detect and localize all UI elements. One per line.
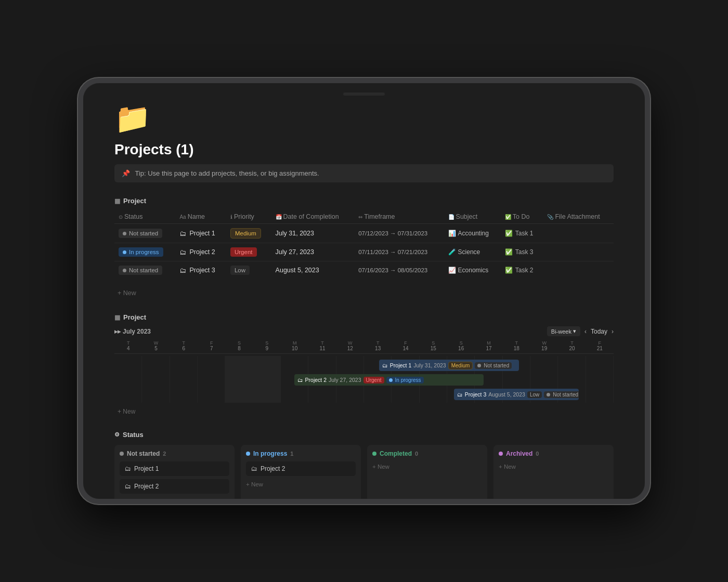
- cell-name-2: 🗂 Project 3: [175, 261, 226, 280]
- cell-subject-1: 🧪 Science: [444, 243, 501, 261]
- day-col-21: F21: [586, 340, 614, 351]
- kanban-add-new-2[interactable]: + New: [372, 461, 482, 472]
- folder-icon-container: 📁: [114, 104, 614, 133]
- gantt-bar-p2-date: July 27, 2023: [329, 377, 361, 383]
- table-section-label: Project: [123, 197, 146, 205]
- project-icon-1: 🗂: [179, 248, 186, 256]
- subject-icon-2: 📈: [448, 267, 456, 274]
- gantt-bar-project3: 🗂 Project 3 August 5, 2023 Low Not start…: [454, 389, 579, 400]
- day-num: 9: [253, 346, 281, 351]
- table-row: Not started 🗂 Project 3 Low August 5, 20…: [114, 261, 614, 280]
- kanban-card-name-1: Project 2: [134, 483, 159, 490]
- kanban-add-new-1[interactable]: + New: [246, 479, 356, 490]
- timeline-section-header: ▦ Project: [114, 313, 614, 321]
- day-col-6: T6: [170, 340, 198, 351]
- kanban-add-new-0[interactable]: + New: [120, 497, 229, 499]
- project-name-2: 🗂 Project 3: [179, 267, 222, 274]
- table-add-new[interactable]: + New: [114, 285, 614, 301]
- biweek-button[interactable]: Bi-week ▾: [547, 326, 580, 336]
- pin-icon: 📌: [122, 169, 130, 177]
- col-todo: ✅To Do: [501, 210, 543, 224]
- day-col-19: W19: [530, 340, 558, 351]
- gantt-bar-p2-status: In progress: [386, 377, 424, 383]
- gear-icon: ⚙: [114, 431, 120, 438]
- gantt-bar-p3-priority: Low: [527, 391, 542, 398]
- timeline-grid: T4W5T6F7S8S9M10T11W12T13F14S15S16M17T18W…: [114, 340, 614, 403]
- kanban-col-label-3: Archived: [506, 450, 532, 457]
- cell-timeframe-0: 07/12/2023 → 07/31/2023: [354, 224, 444, 243]
- gantt-bar-p2-name: Project 2: [305, 377, 327, 383]
- day-num: 8: [225, 346, 253, 351]
- timeline-rows: 🗂 Project 1 July 31, 2023 Medium Not sta…: [114, 356, 614, 403]
- day-letter: T: [558, 340, 586, 346]
- kanban-count-3: 0: [536, 451, 539, 457]
- day-num: 6: [170, 346, 198, 351]
- day-col-15: S15: [420, 340, 447, 351]
- day-letter: T: [364, 340, 392, 346]
- cell-status-1: In progress: [114, 243, 175, 261]
- day-num: 11: [308, 346, 336, 351]
- kanban-add-new-3[interactable]: + New: [499, 461, 608, 472]
- col-name: AaName: [175, 210, 226, 224]
- checkbox-icon-1: ✅: [505, 248, 513, 256]
- checkbox-icon-0: ✅: [505, 230, 513, 237]
- day-num: 19: [530, 346, 558, 351]
- chevron-left-icon[interactable]: ‹: [584, 328, 587, 335]
- grid-icon: ▦: [114, 197, 120, 205]
- day-col-9: S9: [253, 340, 281, 351]
- day-headers: T4W5T6F7S8S9M10T11W12T13F14S15S16M17T18W…: [114, 340, 614, 354]
- kanban-card-1: 🗂 Project 2: [120, 479, 229, 494]
- day-col-13: T13: [364, 340, 392, 351]
- chevron-right-icon-2[interactable]: ›: [612, 328, 614, 335]
- cell-date-2: August 5, 2023: [271, 261, 355, 280]
- day-letter: F: [392, 340, 419, 346]
- table-section-header: ▦ Project: [114, 197, 614, 205]
- kanban-col-header-1: In progress 1: [246, 450, 356, 457]
- day-col-4: T4: [114, 340, 142, 351]
- project-icon-2: 🗂: [179, 267, 186, 274]
- cell-todo-1: ✅ Task 3: [501, 243, 543, 261]
- day-col-17: M17: [475, 340, 502, 351]
- subject-tag-1: 🧪 Science: [448, 248, 480, 256]
- kanban-col-header-2: Completed 0: [372, 450, 482, 457]
- cell-name-0: 🗂 Project 1: [175, 224, 226, 243]
- cell-subject-2: 📈 Economics: [444, 261, 501, 280]
- col-priority: ℹPriority: [226, 210, 271, 224]
- day-letter: S: [420, 340, 447, 346]
- gantt-bar-p2-icon: 🗂: [297, 377, 303, 383]
- day-col-16: S16: [447, 340, 475, 351]
- day-num: 17: [475, 346, 502, 351]
- kanban-dot-1: [246, 452, 250, 456]
- timeline-controls: Bi-week ▾ ‹ Today ›: [547, 326, 614, 336]
- gantt-bar-p3-status: Not started: [544, 391, 579, 398]
- col-timeframe: ⇔Timeframe: [354, 210, 444, 224]
- today-button[interactable]: Today: [591, 328, 607, 335]
- table-row: Not started 🗂 Project 1 Medium July 31, …: [114, 224, 614, 243]
- day-letter: S: [225, 340, 253, 346]
- day-col-8: S8: [225, 340, 253, 351]
- chevron-down-icon: ▾: [573, 328, 576, 335]
- kanban-col-not-started: Not started 2 🗂 Project 1 🗂 Project 2 + …: [114, 445, 235, 499]
- day-num: 7: [198, 346, 225, 351]
- cell-file-1: [543, 243, 614, 261]
- kanban-dot-2: [372, 452, 376, 456]
- subject-icon-0: 📊: [448, 230, 456, 237]
- gantt-bar-p3-date: August 5, 2023: [488, 391, 525, 398]
- day-letter: W: [142, 340, 170, 346]
- day-letter: S: [447, 340, 475, 346]
- gantt-bar-p3-icon: 🗂: [457, 391, 463, 398]
- timeline-add-new[interactable]: + New: [114, 405, 614, 418]
- gantt-row-1: 🗂 Project 1 July 31, 2023 Medium Not sta…: [114, 358, 614, 373]
- kanban-card-0: 🗂 Project 2: [246, 461, 356, 476]
- timeline-section-label: Project: [123, 313, 146, 321]
- kanban-col-title-1: In progress 1: [246, 450, 293, 457]
- day-col-12: W12: [336, 340, 364, 351]
- timeline-month: ▸▸ July 2023: [114, 328, 151, 335]
- gantt-bar-p1-status: Not started: [475, 362, 512, 369]
- day-col-11: T11: [308, 340, 336, 351]
- tip-text: Tip: Use this page to add projects, thes…: [135, 169, 319, 177]
- table-row: In progress 🗂 Project 2 Urgent July 27, …: [114, 243, 614, 261]
- kanban-col-label-2: Completed: [380, 450, 412, 457]
- status-board-header: ⚙ Status: [114, 431, 614, 439]
- status-board: ⚙ Status Not started 2 🗂 Project 1 🗂 Pro…: [114, 431, 614, 499]
